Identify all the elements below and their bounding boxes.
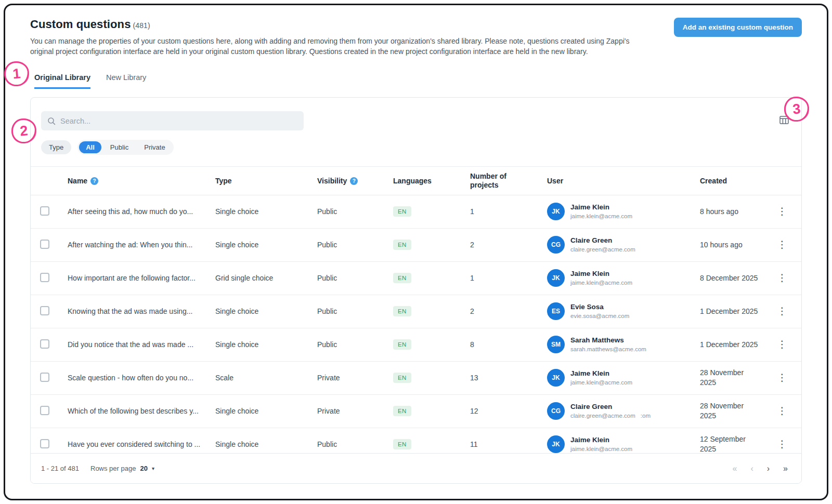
cell-name[interactable]: Which of the following best describes y.… [68,394,215,428]
cell-created: 8 December 2025 [700,261,777,295]
kebab-menu-icon[interactable]: ⋮ [777,339,787,350]
kebab-menu-icon[interactable]: ⋮ [777,206,787,217]
search-box[interactable] [41,111,304,130]
row-checkbox[interactable] [40,406,49,415]
cell-created: 28 November 2025 [700,361,777,394]
pagination-first-button[interactable]: « [733,464,737,473]
pagination-next-button[interactable]: › [767,464,770,473]
cell-name[interactable]: After seeing this ad, how much do yo... [68,195,215,228]
header-checkbox-spacer [31,167,68,195]
kebab-menu-icon[interactable]: ⋮ [777,240,787,250]
filter-private-chip[interactable]: Private [137,141,172,153]
cell-visibility: Public [317,328,393,361]
questions-card: Type All Public Private Nam [30,97,802,484]
filter-all-chip[interactable]: All [79,141,101,153]
cell-actions: ⋮ [777,328,801,361]
cell-created: 8 hours ago [700,195,777,228]
questions-table-region: Name? Type Visibility? Languages Number … [31,166,801,453]
table-row: Have you ever considered switching to ..… [31,428,801,453]
cell-name[interactable]: Have you ever considered switching to ..… [68,428,215,453]
row-checkbox[interactable] [40,240,49,249]
cell-languages: EN [393,361,470,394]
cell-user: JK Jaime Klein jaime.klein@acme.com [547,361,700,394]
cell-created: 1 December 2025 [700,328,777,361]
chevron-down-icon: ▾ [152,466,154,471]
user-name: Jaime Klein [570,269,638,278]
kebab-menu-icon[interactable]: ⋮ [777,273,787,283]
user-email: claire.green@acme.com [570,246,635,253]
user-email: jaime.klein@acme.com [570,446,632,452]
pagination-last-button[interactable]: » [783,464,788,473]
cell-name[interactable]: After watching the ad: When you thin... [68,228,215,261]
row-checkbox[interactable] [40,339,49,349]
visibility-help-icon[interactable]: ? [350,177,358,185]
search-input[interactable] [60,117,297,125]
table-row: Knowing that the ad was made using... Si… [31,295,801,328]
avatar: CG [547,236,565,254]
row-checkbox[interactable] [40,206,49,216]
rows-per-page-value[interactable]: 20 [140,465,147,472]
created-line1: 12 September [700,434,773,444]
add-existing-question-button[interactable]: Add an existing custom question [674,18,802,37]
column-header-languages: Languages [393,167,470,195]
kebab-menu-icon[interactable]: ⋮ [777,373,787,383]
kebab-menu-icon[interactable]: ⋮ [777,406,787,416]
kebab-menu-icon[interactable]: ⋮ [777,439,787,449]
cell-name[interactable]: How important are the following factor..… [68,261,215,295]
screenshot-canvas: Custom questions(481) You can manage the… [0,0,832,504]
page-count: (481) [133,21,150,30]
cell-projects: 13 [470,361,547,394]
pagination-prev-button[interactable]: ‹ [750,464,753,473]
cell-languages: EN [393,328,470,361]
cell-actions: ⋮ [777,195,801,228]
cell-name[interactable]: Scale question - how often do you no... [68,361,215,394]
filter-public-chip[interactable]: Public [103,141,135,153]
page-header: Custom questions(481) You can manage the… [30,18,802,57]
created-line1: 28 November [700,401,773,411]
user-email: jaime.klein@acme.com [570,213,632,219]
table-row: How important are the following factor..… [31,261,801,295]
cell-projects: 1 [470,261,547,295]
language-badge: EN [393,406,411,416]
filter-type-label: Type [41,140,71,154]
row-checkbox[interactable] [40,273,49,282]
column-header-user: User [547,167,700,195]
row-checkbox[interactable] [40,306,49,315]
table-body: After seeing this ad, how much do yo... … [31,195,801,453]
cell-name[interactable]: Knowing that the ad was made using... [68,295,215,328]
cell-type: Scale [215,361,317,394]
name-help-icon[interactable]: ? [90,177,98,185]
cell-projects: 8 [470,328,547,361]
created-line2: 2025 [700,378,773,388]
cell-user: ES Evie Sosa evie.sosa@acme.com [547,295,700,328]
cell-actions: ⋮ [777,428,801,453]
created-line2: 2025 [700,411,773,421]
cell-type: Single choice [215,428,317,453]
tab-new-library[interactable]: New Library [106,73,146,89]
language-badge: EN [393,240,411,250]
cell-actions: ⋮ [777,295,801,328]
cell-name[interactable]: Did you notice that the ad was made ... [68,328,215,361]
row-checkbox[interactable] [40,439,49,448]
cell-created: 10 hours ago [700,228,777,261]
avatar: CG [547,402,565,420]
cell-projects: 1 [470,195,547,228]
cell-user: CG Claire Green claire.green@acme.com [547,228,700,261]
column-header-type: Type [215,167,317,195]
tab-original-library[interactable]: Original Library [34,73,90,89]
row-checkbox[interactable] [40,373,49,382]
user-name: Sarah Matthews [570,336,652,344]
filter-chip-group: All Public Private [77,140,174,155]
table-row: Scale question - how often do you no... … [31,361,801,394]
cell-languages: EN [393,428,470,453]
library-tabs: Original Library New Library [30,73,802,89]
user-email: jaime.klein@acme.com [570,379,632,386]
cell-created: 1 December 2025 [700,295,777,328]
cell-type: Single choice [215,328,317,361]
rows-per-page-control[interactable]: Rows per page 20 ▾ [90,465,154,472]
cell-projects: 2 [470,228,547,261]
page-title-row: Custom questions(481) [30,18,646,31]
kebab-menu-icon[interactable]: ⋮ [777,306,787,316]
page-title: Custom questions [30,18,131,31]
column-header-visibility: Visibility? [317,167,393,195]
